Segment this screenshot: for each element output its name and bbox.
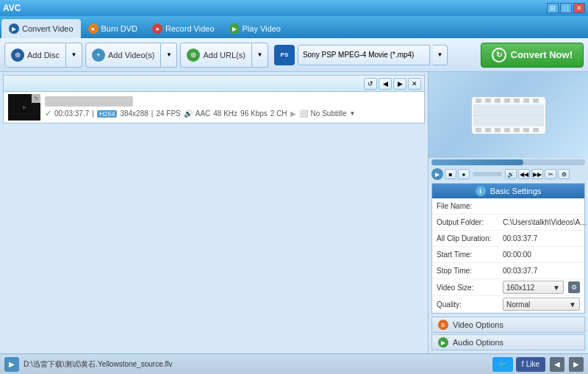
format-dropdown[interactable]: Sony PSP MPEG-4 Movie (*.mp4) xyxy=(298,45,430,65)
add-video-group: + Add Video(s) ▼ xyxy=(85,43,177,68)
file-resolution: 384x288 xyxy=(120,109,148,118)
quality-dropdown[interactable]: Normal ▼ xyxy=(503,298,580,311)
settings-icon[interactable]: ⚙ xyxy=(558,169,570,179)
quality-arrow: ▼ xyxy=(569,301,576,309)
record-button[interactable]: ● xyxy=(458,169,470,179)
refresh-button[interactable]: ↺ xyxy=(364,78,377,90)
add-disc-group: ⊕ Add Disc ▼ xyxy=(4,43,82,68)
quality-value: Normal ▼ xyxy=(503,298,580,311)
video-size-label: Video Size: xyxy=(437,284,503,292)
add-disc-button[interactable]: ⊕ Add Disc xyxy=(4,43,66,68)
format-dropdown-arrow[interactable]: ▼ xyxy=(433,45,448,65)
options-section: B Video Options ▶ Audio Options xyxy=(431,317,585,352)
status-play-button[interactable]: ▶ xyxy=(4,357,19,372)
record-tab-icon: ● xyxy=(152,24,162,34)
video-size-gear[interactable]: ⚙ xyxy=(568,281,580,293)
close-file-button[interactable]: ✕ xyxy=(408,78,421,90)
maximize-button[interactable]: □ xyxy=(560,3,572,13)
svg-rect-11 xyxy=(504,128,510,132)
add-url-group: ⊕ Add URL(s) ▼ xyxy=(180,43,268,68)
settings-header-label: Basic Settings xyxy=(490,187,542,195)
svg-rect-12 xyxy=(514,128,520,132)
edit-icon[interactable]: ✎ xyxy=(32,94,40,103)
video-size-dropdown[interactable]: 160x112 ▼ xyxy=(503,281,564,294)
progress-bar-fill xyxy=(431,159,523,165)
scissors-icon[interactable]: ✂ xyxy=(545,169,556,179)
twitter-button[interactable]: 🐦 xyxy=(492,357,513,372)
status-bar: ▶ D:\迅雷下载\测试\黄石.Yellowstone_source.flv 🐦… xyxy=(0,353,588,374)
svg-rect-6 xyxy=(523,98,529,103)
file-audio-bitrate: 96 Kbps xyxy=(240,109,268,118)
add-video-arrow[interactable]: ▼ xyxy=(161,43,177,68)
drop-area xyxy=(0,126,428,353)
convert-now-button[interactable]: ↻ Convert Now! xyxy=(481,43,584,68)
volume-slider[interactable] xyxy=(473,172,502,176)
output-folder-label: Output Folder: xyxy=(437,218,503,226)
nav-next-button[interactable]: ▶ xyxy=(569,357,584,372)
progress-bar-bg xyxy=(431,159,585,165)
burn-tab-label: Burn DVD xyxy=(101,24,138,33)
nav-prev-button[interactable]: ◀ xyxy=(550,357,564,372)
audio-icon: 🔊 xyxy=(184,109,193,118)
convert-tab-icon: ▶ xyxy=(9,24,19,34)
file-separator1: | xyxy=(92,109,94,118)
prev-button[interactable]: ◀ xyxy=(379,78,392,90)
svg-rect-9 xyxy=(485,128,491,132)
svg-rect-7 xyxy=(533,98,539,103)
settings-header: ℹ Basic Settings xyxy=(432,184,584,198)
file-list-area: ↺ ◀ ▶ ✕ ▶ ✎ ✓ 00:03:37.7 | H26 xyxy=(3,75,425,123)
next-button[interactable]: ▶ xyxy=(393,78,406,90)
svg-rect-10 xyxy=(495,128,501,132)
title-bar: AVC ⊟ □ ✕ xyxy=(0,0,588,16)
tab-play[interactable]: ▶ Play Video xyxy=(222,19,288,38)
stop-time-text: 00:03:37.7 xyxy=(503,267,537,275)
settings-row-start: Start Time: 00:00:00 xyxy=(432,247,584,263)
add-url-button[interactable]: ⊕ Add URL(s) xyxy=(180,43,251,68)
all-clip-duration-text: 00:03:37.7 xyxy=(503,234,537,242)
audio-options-icon: ▶ xyxy=(438,337,448,348)
main-content: ↺ ◀ ▶ ✕ ▶ ✎ ✓ 00:03:37.7 | H26 xyxy=(0,72,588,353)
subtitle-icon: ⬜ xyxy=(299,109,308,118)
svg-rect-3 xyxy=(495,98,501,103)
tab-convert[interactable]: ▶ Convert Video xyxy=(1,19,81,38)
settings-row-output: Output Folder: C:\Users\talkh\Videos\A..… xyxy=(432,215,584,231)
next-frame-button[interactable]: ▶▶ xyxy=(531,169,543,179)
toolbar: ⊕ Add Disc ▼ + Add Video(s) ▼ ⊕ Add URL(… xyxy=(0,38,588,72)
svg-rect-13 xyxy=(523,128,529,132)
convert-now-icon: ↻ xyxy=(492,48,506,62)
file-name-bar xyxy=(45,96,133,107)
play-tab-icon: ▶ xyxy=(229,24,240,34)
minimize-button[interactable]: ⊟ xyxy=(547,3,559,13)
tab-burn[interactable]: ● Burn DVD xyxy=(81,19,146,38)
add-video-icon: + xyxy=(92,48,105,62)
tab-bar: ▶ Convert Video ● Burn DVD ● Record Vide… xyxy=(0,16,588,38)
settings-header-icon: ℹ xyxy=(476,186,486,196)
quality-label: Quality: xyxy=(437,301,503,309)
file-audio-codec: AAC xyxy=(196,109,211,118)
preview-play-button[interactable]: ▶ xyxy=(431,168,443,180)
file-item: ▶ ✎ ✓ 00:03:37.7 | H264 384x288 | 24 FPS… xyxy=(4,92,424,123)
file-duration: 00:03:37.7 xyxy=(54,109,89,118)
video-options-button[interactable]: B Video Options xyxy=(431,317,585,333)
status-path: D:\迅雷下载\测试\黄石.Yellowstone_source.flv xyxy=(24,359,488,370)
add-disc-arrow[interactable]: ▼ xyxy=(66,43,82,68)
close-button[interactable]: ✕ xyxy=(573,3,585,13)
stop-button[interactable]: ■ xyxy=(445,169,456,179)
add-url-arrow[interactable]: ▼ xyxy=(252,43,268,68)
video-options-label: Video Options xyxy=(453,320,503,329)
file-list-header-buttons: ↺ ◀ ▶ ✕ xyxy=(364,78,421,90)
tab-record[interactable]: ● Record Video xyxy=(145,19,221,38)
prev-frame-button[interactable]: ◀◀ xyxy=(518,169,530,179)
settings-row-stop: Stop Time: 00:03:37.7 xyxy=(432,263,584,279)
add-video-button[interactable]: + Add Video(s) xyxy=(85,43,161,68)
burn-tab-icon: ● xyxy=(88,24,98,34)
playback-controls: ▶ ■ ● 🔊 ◀◀ ▶▶ ✂ ⚙ xyxy=(429,167,588,181)
add-video-label: Add Video(s) xyxy=(108,51,154,60)
twitter-icon: 🐦 xyxy=(498,360,507,368)
svg-rect-4 xyxy=(504,98,510,103)
quality-text: Normal xyxy=(506,301,530,309)
facebook-button[interactable]: f Like xyxy=(516,357,545,372)
stop-time-label: Stop Time: xyxy=(437,267,503,275)
window-controls: ⊟ □ ✕ xyxy=(547,3,585,13)
audio-options-button[interactable]: ▶ Audio Options xyxy=(431,334,585,350)
